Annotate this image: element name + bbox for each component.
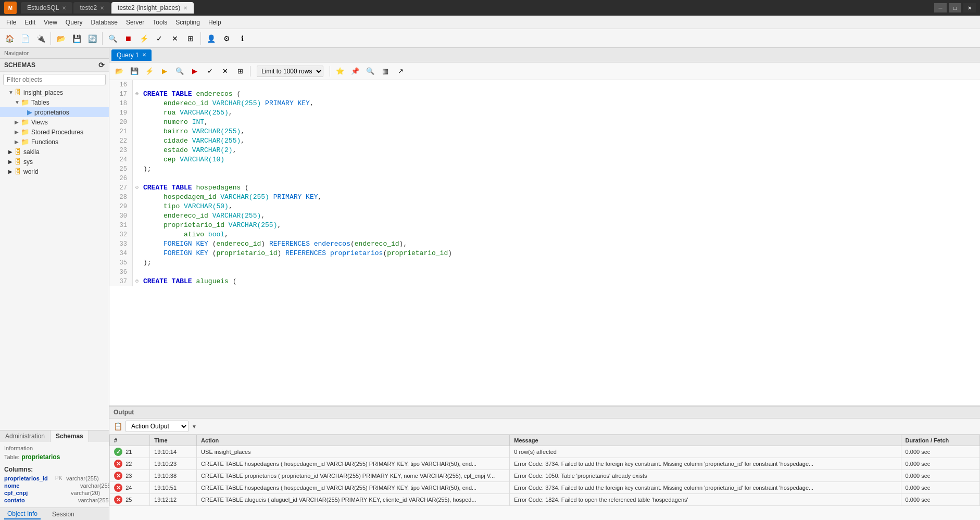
menu-view[interactable]: View (40, 17, 61, 28)
stop-btn[interactable]: ✕ (218, 65, 232, 78)
toolbar-connect[interactable]: 🔌 (33, 31, 48, 46)
explain-btn[interactable]: 🔍 (173, 65, 186, 78)
tab-close-teste2-insight[interactable]: ✕ (183, 5, 187, 11)
query-tab-1[interactable]: Query 1 ✕ (111, 49, 152, 61)
columns-label: Columns: (4, 466, 105, 473)
filter-objects-input[interactable] (3, 74, 106, 85)
table-icon-proprietarios: ▶ (27, 108, 32, 116)
folder-icon-functions: 📁 (21, 138, 29, 146)
menu-query[interactable]: Query (61, 17, 87, 28)
query-tab-label: Query 1 (117, 52, 139, 59)
maximize-button[interactable]: □ (949, 3, 961, 12)
line-num-17: 17 (109, 90, 133, 99)
menu-edit[interactable]: Edit (20, 17, 40, 28)
toolbar-home[interactable]: 🏠 (2, 31, 17, 46)
toolbar-save[interactable]: 💾 (69, 31, 84, 46)
menu-file[interactable]: File (2, 17, 20, 28)
save-btn[interactable]: 💾 (128, 65, 141, 78)
toolbar-info[interactable]: ℹ (235, 31, 249, 46)
tree-item-sakila[interactable]: ▶ 🗄 sakila (0, 147, 109, 157)
columns-btn[interactable]: ▦ (379, 65, 392, 78)
tab-administration[interactable]: Administration (0, 430, 51, 442)
tree-label-sys: sys (23, 158, 33, 166)
col-header-time: Time (150, 435, 197, 446)
bottom-tabs: Administration Schemas (0, 430, 109, 442)
col-pk-badge: PK (55, 475, 62, 481)
tree-item-stored-procedures[interactable]: ▶ 📁 Stored Procedures (0, 127, 109, 137)
tab-object-info[interactable]: Object Info (4, 509, 41, 519)
cell-num-23: 23 (125, 473, 132, 479)
chevron-sys: ▶ (8, 159, 15, 164)
line-fold-17[interactable]: ⊖ (133, 90, 141, 99)
schemas-icon[interactable]: ⟳ (98, 61, 105, 69)
query-tabs: Query 1 ✕ (109, 48, 980, 62)
window-controls: ─ □ ✕ (934, 3, 976, 12)
menu-help[interactable]: Help (204, 17, 225, 28)
toolbar-search[interactable]: 🔍 (105, 31, 120, 46)
run-selection-btn[interactable]: ▶ (158, 65, 171, 78)
tree-item-world[interactable]: ▶ 🗄 world (0, 167, 109, 176)
export-btn[interactable]: ↗ (394, 65, 407, 78)
tree-item-functions[interactable]: ▶ 📁 Functions (0, 137, 109, 147)
menu-server[interactable]: Server (122, 17, 148, 28)
code-line-33: 33 FOREIGN KEY (endereco_id) REFERENCES … (109, 239, 980, 249)
pin-btn[interactable]: 📌 (348, 65, 362, 78)
menu-tools[interactable]: Tools (148, 17, 171, 28)
tree-item-views[interactable]: ▶ 📁 Views (0, 117, 109, 127)
main-toolbar: 🏠 📄 🔌 📂 💾 🔄 🔍 ⏹ ⚡ ✓ ✕ ⊞ 👤 ⚙ ℹ (0, 29, 980, 48)
tab-close-estudosql[interactable]: ✕ (62, 5, 66, 11)
tab-teste2-insight[interactable]: teste2 (insight_places) ✕ (111, 2, 194, 14)
tree-item-insight-places[interactable]: ▼ 🗄 insight_places (0, 87, 109, 97)
query-tab-close-1[interactable]: ✕ (142, 52, 146, 58)
close-button[interactable]: ✕ (963, 3, 976, 12)
toggle-results-btn[interactable]: ⊞ (233, 65, 247, 78)
line-fold-32 (133, 230, 141, 239)
output-row-25: ✕ 25 19:12:12 CREATE TABLE alugueis ( al… (110, 494, 980, 506)
toolbar-check[interactable]: ✓ (152, 31, 167, 46)
code-editor[interactable]: 16 17 ⊖ CREATE TABLE enderecos ( 18 ende… (109, 80, 980, 405)
code-line-21: 21 bairro VARCHAR(255), (109, 127, 980, 136)
tree-item-tables[interactable]: ▼ 📁 Tables (0, 97, 109, 107)
limit-rows-select[interactable]: Limit to 1000 rows Don't Limit Limit to … (257, 66, 323, 77)
tab-close-teste2[interactable]: ✕ (100, 5, 104, 11)
search-editor-btn[interactable]: 🔍 (363, 65, 377, 78)
toolbar-profile[interactable]: 👤 (204, 31, 218, 46)
tab-estudosql[interactable]: EstudoSQL ✕ (21, 2, 72, 14)
tab-session[interactable]: Session (49, 510, 78, 519)
line-content-17: CREATE TABLE enderecos ( (141, 90, 980, 99)
toolbar-new-sql[interactable]: 📄 (18, 31, 32, 46)
col-type-contato: varchar(255) (78, 497, 110, 503)
check-btn[interactable]: ✓ (203, 65, 217, 78)
line-content-25: ); (141, 164, 980, 174)
cell-action-21: USE insight_places (197, 446, 510, 458)
minimize-button[interactable]: ─ (934, 3, 947, 12)
toolbar-toggle[interactable]: ⊞ (183, 31, 198, 46)
toolbar-sep-3 (200, 32, 201, 45)
col-name-cpf-cnpj: cpf_cnpj (4, 490, 51, 496)
action-output-select[interactable]: Action Output (125, 421, 189, 432)
table-label: Table: (4, 454, 19, 460)
tree-item-proprietarios[interactable]: ▶ proprietarios (0, 107, 109, 117)
toolbar-settings[interactable]: ⚙ (219, 31, 234, 46)
editor-sep-2 (330, 66, 330, 77)
toolbar-refresh[interactable]: 🔄 (85, 31, 99, 46)
star-btn[interactable]: ⭐ (333, 65, 347, 78)
tab-schemas[interactable]: Schemas (51, 430, 89, 442)
code-line-23: 23 estado VARCHAR(2), (109, 146, 980, 155)
toolbar-cancel[interactable]: ✕ (168, 31, 182, 46)
menu-scripting[interactable]: Scripting (171, 17, 204, 28)
menu-database[interactable]: Database (87, 17, 122, 28)
line-fold-27[interactable]: ⊖ (133, 183, 141, 193)
open-file-btn[interactable]: 📂 (112, 65, 126, 78)
navigator-header: Navigator (0, 48, 109, 59)
toolbar-stop[interactable]: ⏹ (121, 31, 135, 46)
toolbar-open[interactable]: 📂 (54, 31, 68, 46)
tree-item-sys[interactable]: ▶ 🗄 sys (0, 157, 109, 167)
line-fold-26 (133, 174, 141, 183)
toolbar-execute[interactable]: ⚡ (136, 31, 151, 46)
line-fold-37[interactable]: ⊖ (133, 277, 141, 286)
schema-tree: ▼ 🗄 insight_places ▼ 📁 Tables ▶ propriet… (0, 87, 109, 430)
execute-all-btn[interactable]: ▶ (188, 65, 202, 78)
tab-teste2[interactable]: teste2 ✕ (73, 2, 110, 14)
run-btn[interactable]: ⚡ (143, 65, 156, 78)
